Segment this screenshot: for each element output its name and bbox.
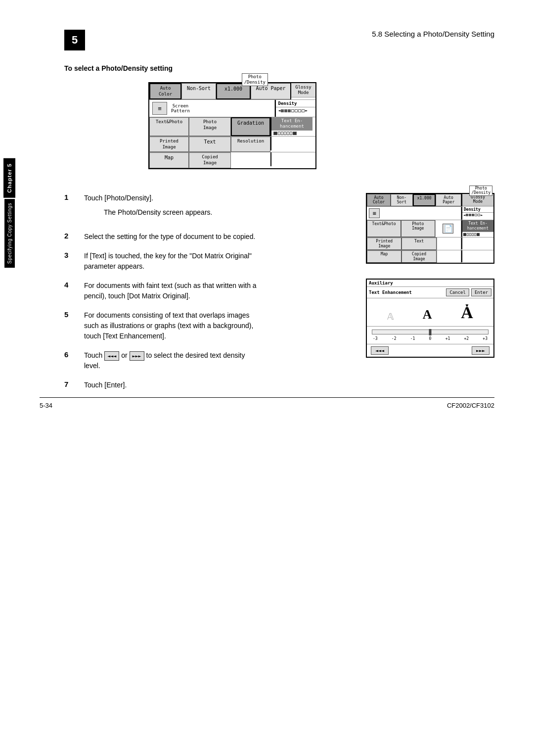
p2-enhance-bar: [462, 232, 493, 237]
step-3: 3 If [Text] is touched, the key for the …: [64, 251, 346, 272]
p2-non-sort[interactable]: Non-Sort: [391, 194, 413, 206]
text-photo-button[interactable]: Text&Photo: [149, 117, 189, 136]
right-nav-button[interactable]: ►►►: [472, 346, 490, 355]
step-3-text: If [Text] is touched, the key for the "D…: [84, 251, 262, 272]
step-2: 2 Select the setting for the type of doc…: [64, 232, 346, 242]
printed-image-button[interactable]: PrintedImage: [149, 137, 189, 152]
right-nav-btn-inline: ►►►: [130, 351, 144, 361]
steps-section: 1 Touch [Photo/Density]. The Photo/Densi…: [40, 193, 494, 399]
p2-copied-image[interactable]: CopiedImage: [401, 250, 436, 263]
p2-density-bar: ◄ ►: [462, 213, 493, 218]
step-1-sub: The Photo/Density screen appears.: [84, 207, 212, 218]
step-4: 4 For documents with faint text (such as…: [64, 281, 346, 301]
text-sample-medium: A: [423, 307, 432, 322]
p2-density-label: Density: [462, 207, 493, 213]
p2-doc-icon: ≡: [369, 208, 380, 218]
cancel-button[interactable]: Cancel: [446, 288, 469, 296]
slider-label-plus3: +3: [483, 336, 488, 341]
p2-text-enhance[interactable]: Text En-hancement: [462, 220, 493, 232]
small-ui-panel-2: AutoColor Non-Sort x1.000 Auto Paper Glo…: [366, 193, 494, 264]
photo-image-button[interactable]: PhotoImage: [189, 117, 231, 136]
panel2-top-label: Photo/Density: [469, 186, 492, 196]
left-nav-btn-inline: ◄◄◄: [104, 351, 119, 361]
section-heading: To select a Photo/Density setting: [40, 64, 494, 72]
p2-map[interactable]: Map: [367, 250, 401, 263]
auxiliary-label: Auxiliary: [369, 281, 491, 285]
slider-label-0: 0: [429, 336, 432, 341]
auto-color-button[interactable]: AutoColor: [149, 83, 181, 99]
text-sample-small: 𝔸: [387, 311, 394, 322]
document-icon: ≡: [152, 102, 167, 115]
page-number: 5-34: [40, 402, 52, 409]
step-7: 7 Touch [Enter].: [64, 380, 346, 390]
page-footer: 5-34 CF2002/CF3102: [40, 397, 494, 409]
text-button[interactable]: Text: [189, 137, 231, 152]
enter-button[interactable]: Enter: [471, 288, 491, 296]
p2-doc-icon2: 📄: [443, 224, 453, 234]
slider-label-minus3: -3: [373, 336, 378, 341]
p2-printed-image[interactable]: PrintedImage: [367, 237, 401, 250]
step-7-text: Touch [Enter].: [84, 380, 262, 390]
screen-pattern-label: ScreenPattern: [171, 103, 190, 114]
step-1: 1 Touch [Photo/Density]. The Photo/Densi…: [64, 193, 346, 223]
step-6-text: Touch ◄◄◄ or ►►► to select the desired t…: [84, 350, 262, 371]
glossy-mode-button[interactable]: GlossyMode: [291, 83, 315, 97]
down-arrow: ▼: [464, 303, 469, 308]
page-header: 5 5.8 Selecting a Photo/Density Setting: [40, 30, 494, 50]
panel2-container: Photo/Density AutoColor Non-Sort x1.000 …: [366, 193, 494, 264]
header-title: 5.8 Selecting a Photo/Density Setting: [372, 30, 494, 38]
slider-thumb[interactable]: [429, 329, 432, 335]
right-panels: Photo/Density AutoColor Non-Sort x1.000 …: [366, 193, 494, 399]
p2-x1000[interactable]: x1.000: [413, 194, 436, 206]
p2-auto-color[interactable]: AutoColor: [367, 194, 391, 206]
steps-list: 1 Touch [Photo/Density]. The Photo/Densi…: [64, 193, 346, 399]
step-6: 6 Touch ◄◄◄ or ►►► to select the desired…: [64, 350, 346, 371]
step-1-text: Touch [Photo/Density].: [84, 193, 212, 203]
text-enhancement-title: Text Enhancement: [369, 290, 445, 295]
p2-photo-image[interactable]: PhotoImage: [401, 220, 435, 237]
density-label: Density: [276, 100, 315, 107]
resolution-button[interactable]: Resolution: [231, 137, 270, 152]
chapter-number-box: 5: [64, 30, 85, 50]
left-nav-button[interactable]: ◄◄◄: [371, 346, 389, 355]
slider-label-minus1: -1: [410, 336, 415, 341]
p2-auto-paper[interactable]: Auto Paper: [436, 194, 461, 206]
model-number: CF2002/CF3102: [447, 402, 494, 409]
panel1-top-label: Photo/Density: [242, 73, 268, 86]
p2-text[interactable]: Text: [401, 237, 436, 250]
step-4-text: For documents with faint text (such as t…: [84, 281, 262, 301]
step-2-text: Select the setting for the type of docum…: [84, 232, 262, 242]
density-bar: ◄ ►: [276, 107, 315, 114]
copied-image-button[interactable]: CopiedImage: [189, 152, 231, 168]
slider-label-plus2: +2: [464, 336, 469, 341]
map-button[interactable]: Map: [149, 152, 189, 168]
step-5: 5 For documents consisting of text that …: [64, 310, 346, 341]
text-enhance-bar: [271, 131, 312, 136]
p2-text-photo[interactable]: Text&Photo: [367, 220, 401, 237]
non-sort-button[interactable]: Non-Sort: [181, 83, 216, 99]
slider-label-plus1: +1: [445, 336, 450, 341]
auxiliary-panel: Auxiliary Text Enhancement Cancel Enter …: [366, 279, 494, 358]
text-enhancement-button[interactable]: Text En-hancement: [271, 117, 312, 131]
gradation-button[interactable]: Gradation: [231, 117, 270, 136]
main-ui-panel-1: AutoColor Non-Sort x1.000 Auto Paper Glo…: [148, 82, 316, 169]
slider-label-minus2: -2: [392, 336, 397, 341]
step-5-text: For documents consisting of text that ov…: [84, 310, 262, 341]
